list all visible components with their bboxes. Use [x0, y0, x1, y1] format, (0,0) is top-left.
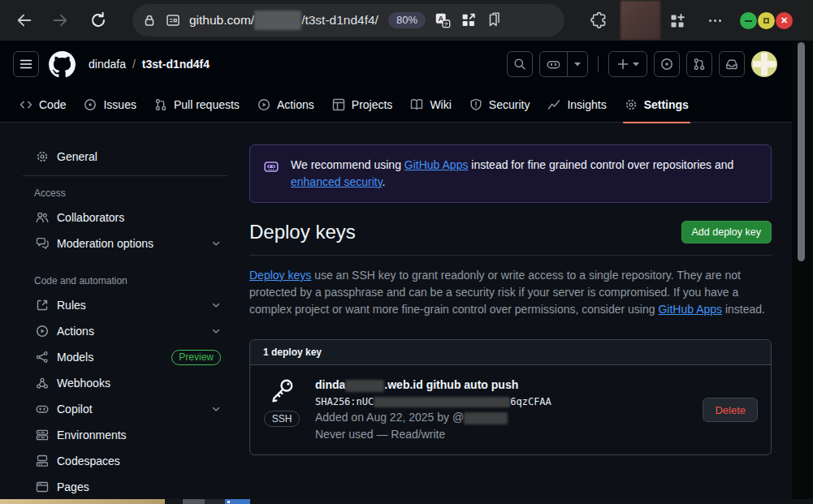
window-close-button[interactable]: ✕	[776, 12, 793, 29]
breadcrumb-owner-link[interactable]: dindafa	[89, 58, 126, 71]
header-actions	[507, 51, 777, 77]
notifications-button[interactable]	[719, 51, 745, 77]
page-title: Deploy keys	[249, 219, 356, 245]
sidebar-item-rules[interactable]: Rules	[23, 293, 227, 317]
key-added-info: Added on Aug 22, 2025 by @	[315, 409, 551, 426]
tab-pull-requests[interactable]: Pull requests	[148, 92, 246, 118]
github-logo[interactable]	[49, 51, 76, 78]
tab-insights[interactable]: Insights	[541, 92, 612, 118]
codespaces-icon	[36, 454, 49, 467]
apps-grid-button[interactable]	[666, 10, 689, 32]
browser-reload-button[interactable]	[86, 8, 110, 32]
key-title-part: dinda	[315, 378, 345, 391]
deploy-keys-link[interactable]: Deploy keys	[249, 269, 311, 282]
key-type-badge: SSH	[264, 411, 301, 427]
browser-forward-button[interactable]	[49, 9, 71, 32]
delete-key-button[interactable]: Delete	[703, 398, 758, 422]
browser-menu-button[interactable]	[703, 11, 726, 30]
header-divider	[598, 56, 599, 72]
window-minimize-button[interactable]	[740, 12, 757, 29]
key-details: dinda.web.id github auto push SHA256:nUC…	[315, 377, 551, 443]
page-body: General Access Collaborators Moderation …	[0, 123, 792, 504]
tab-settings[interactable]: Settings	[618, 92, 695, 118]
enhanced-security-link[interactable]: enhanced security	[291, 175, 383, 188]
copilot-icon	[547, 58, 560, 71]
url-domain: github.com/	[189, 13, 254, 28]
git-pull-request-icon	[154, 98, 167, 111]
repo-nav: Code Issues Pull requests Actions Projec…	[0, 88, 813, 123]
recommendation-banner: We recommend using GitHub Apps instead f…	[249, 144, 772, 203]
sidebar-item-general[interactable]: General	[23, 144, 227, 169]
create-new-button[interactable]	[608, 51, 647, 77]
sidebar-item-pages[interactable]: Pages	[23, 475, 227, 499]
settings-sidebar: General Access Collaborators Moderation …	[0, 123, 227, 504]
sidebar-item-copilot[interactable]: Copilot	[23, 397, 227, 421]
strip-segment-gray	[183, 499, 205, 504]
browser-back-button[interactable]	[13, 9, 36, 32]
vertical-scrollbar[interactable]	[792, 41, 813, 499]
lock-icon	[142, 13, 157, 28]
tab-layout-icon	[165, 12, 181, 28]
tab-issues[interactable]: Issues	[77, 92, 142, 118]
strip-segment-dark	[165, 499, 183, 504]
browser-profile-avatar[interactable]	[621, 1, 660, 40]
added-text: Added on Aug 22, 2025 by @	[315, 411, 464, 424]
search-icon	[513, 58, 526, 71]
copilot-button[interactable]	[540, 52, 567, 76]
sidebar-item-label: Rules	[57, 299, 86, 312]
tab-actions[interactable]: Actions	[251, 92, 321, 118]
breadcrumb: dindafa / t3st-d1nd4f4	[89, 58, 210, 71]
translate-button[interactable]: A	[434, 11, 452, 29]
sidebar-item-models[interactable]: Models Preview	[23, 345, 227, 369]
book-icon	[410, 98, 423, 111]
sidebar-item-collaborators[interactable]: Collaborators	[23, 205, 227, 230]
pull-requests-button[interactable]	[686, 51, 712, 77]
collections-button[interactable]	[486, 11, 504, 29]
zoom-level-badge[interactable]: 80%	[388, 12, 426, 28]
tab-label: Pull requests	[174, 98, 240, 111]
sidebar-item-webhooks[interactable]: Webhooks	[23, 371, 227, 395]
tab-wiki[interactable]: Wiki	[404, 92, 457, 118]
comment-discussion-icon	[36, 237, 49, 250]
extensions-button[interactable]	[586, 10, 609, 32]
banner-text-part: We recommend using	[291, 158, 404, 171]
scrollbar-thumb[interactable]	[798, 42, 805, 261]
share-network-icon	[36, 351, 49, 364]
key-title: dinda.web.id github auto push	[315, 377, 551, 393]
github-apps-link[interactable]: GitHub Apps	[404, 158, 469, 171]
deploy-key-row: SSH dinda.web.id github auto push SHA256…	[250, 365, 771, 454]
tab-label: Security	[489, 98, 530, 111]
breadcrumb-repo-link[interactable]: t3st-d1nd4f4	[142, 58, 210, 71]
window-maximize-button[interactable]	[758, 12, 775, 29]
copilot-menu-button[interactable]	[567, 52, 587, 76]
add-deploy-key-button[interactable]: Add deploy key	[681, 221, 772, 243]
github-apps-link[interactable]: GitHub Apps	[658, 303, 722, 316]
global-nav-menu-button[interactable]	[13, 51, 39, 77]
tab-security[interactable]: Security	[463, 92, 537, 118]
search-button[interactable]	[507, 51, 533, 77]
chevron-down-icon	[211, 300, 221, 310]
sidebar-item-codespaces[interactable]: Codespaces	[23, 449, 227, 473]
sidebar-item-environments[interactable]: Environments	[23, 423, 227, 447]
issues-button[interactable]	[654, 51, 680, 77]
sidebar-item-label: Pages	[57, 480, 89, 493]
split-screen-icon	[460, 11, 478, 29]
tab-projects[interactable]: Projects	[326, 92, 400, 118]
tab-label: Issues	[103, 98, 136, 111]
url-path: /t3st-d1nd4f4/	[301, 13, 378, 28]
preview-badge: Preview	[171, 350, 221, 365]
user-avatar[interactable]	[751, 51, 777, 77]
key-fingerprint: SHA256:nUC6qzCFAA	[315, 394, 551, 409]
split-screen-button[interactable]	[460, 11, 478, 29]
issue-opened-icon	[660, 58, 673, 71]
sidebar-item-label: Collaborators	[57, 211, 124, 224]
shield-icon	[469, 98, 482, 111]
sidebar-item-moderation-options[interactable]: Moderation options	[23, 231, 227, 256]
deploy-key-count: 1 deploy key	[250, 340, 771, 365]
tab-code[interactable]: Code	[13, 92, 72, 118]
chevron-down-icon	[211, 404, 221, 414]
key-title-redacted	[345, 380, 384, 392]
url-bar[interactable]: github.com//t3st-d1nd4f4/ 80% A	[132, 4, 564, 37]
chevron-down-icon	[574, 62, 581, 67]
sidebar-item-actions[interactable]: Actions	[23, 319, 227, 343]
